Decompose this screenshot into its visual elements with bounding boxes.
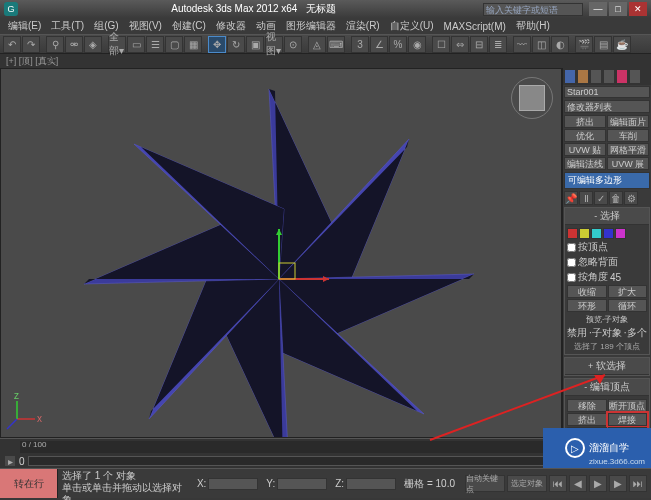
rollout-editvert-header[interactable]: - 编辑顶点 (565, 379, 649, 396)
coord-y-input[interactable] (277, 478, 327, 490)
pivot-button[interactable]: ⊙ (284, 36, 302, 53)
viewport-label[interactable]: [+] [顶] [真实] (0, 54, 651, 68)
grow-button[interactable]: 扩大 (608, 285, 648, 298)
mod-editpatch[interactable]: 编辑面片 (607, 115, 649, 128)
select-filter[interactable]: 全部▾ (108, 36, 126, 53)
snap-button[interactable]: 3 (351, 36, 369, 53)
rollout-softsel-header[interactable]: + 软选择 (565, 358, 649, 375)
unique-icon[interactable]: ✓ (594, 191, 608, 205)
schematic-button[interactable]: ◫ (532, 36, 550, 53)
motion-tab-icon[interactable] (603, 69, 615, 84)
goto-end-icon[interactable]: ⏭ (629, 475, 647, 492)
byangle-checkbox[interactable] (567, 273, 576, 282)
material-editor-button[interactable]: ◐ (551, 36, 569, 53)
weld-button[interactable]: 焊接 (608, 413, 648, 426)
menu-create[interactable]: 创建(C) (168, 18, 210, 34)
mod-optimize[interactable]: 优化 (564, 129, 606, 142)
modifier-stack[interactable]: 可编辑多边形 (564, 172, 650, 189)
undo-button[interactable]: ↶ (3, 36, 21, 53)
curve-editor-button[interactable]: 〰 (513, 36, 531, 53)
percent-snap-button[interactable]: % (389, 36, 407, 53)
mod-meshsmooth[interactable]: 网格平滑 (607, 143, 649, 156)
viewcube[interactable] (511, 77, 553, 119)
selfilter-dropdown[interactable]: 选定对象 (507, 475, 547, 492)
subobj-border-icon[interactable] (591, 228, 602, 239)
goto-start-icon[interactable]: ⏮ (549, 475, 567, 492)
render-frame-button[interactable]: ▤ (594, 36, 612, 53)
minimize-button[interactable]: — (589, 2, 607, 16)
subobj-vertex-icon[interactable] (567, 228, 578, 239)
prev-frame-icon[interactable]: ◀ (569, 475, 587, 492)
mod-lathe[interactable]: 车削 (607, 129, 649, 142)
named-sel-button[interactable]: ☐ (432, 36, 450, 53)
byvertex-checkbox[interactable] (567, 243, 576, 252)
next-frame-icon[interactable]: ▶ (609, 475, 627, 492)
close-button[interactable]: ✕ (629, 2, 647, 16)
window-crossing[interactable]: ▦ (184, 36, 202, 53)
unlink-button[interactable]: ⚮ (65, 36, 83, 53)
help-search-input[interactable]: 输入关键字或短语 (483, 3, 583, 16)
maximize-button[interactable]: □ (609, 2, 627, 16)
menu-edit[interactable]: 编辑(E) (4, 18, 45, 34)
refsys-dropdown[interactable]: 视图▾ (265, 36, 283, 53)
subobj-poly-icon[interactable] (603, 228, 614, 239)
coord-z-input[interactable] (346, 478, 396, 490)
viewport[interactable]: x z (0, 68, 562, 438)
align-button[interactable]: ⊟ (470, 36, 488, 53)
select-button[interactable]: ▭ (127, 36, 145, 53)
ignorebf-checkbox[interactable] (567, 258, 576, 267)
ring-button[interactable]: 环形 (567, 299, 607, 312)
menu-render[interactable]: 渲染(R) (342, 18, 384, 34)
autokey-button[interactable]: 自动关键点 (465, 475, 505, 492)
break-button[interactable]: 断开顶点 (608, 399, 648, 412)
create-tab-icon[interactable] (564, 69, 576, 84)
menu-tools[interactable]: 工具(T) (47, 18, 88, 34)
select-name-button[interactable]: ☰ (146, 36, 164, 53)
play-icon[interactable]: ▶ (589, 475, 607, 492)
move-button[interactable]: ✥ (208, 36, 226, 53)
extrude-vertex-button[interactable]: 挤出 (567, 413, 607, 426)
angle-snap-button[interactable]: ∠ (370, 36, 388, 53)
menu-modifiers[interactable]: 修改器 (212, 18, 250, 34)
spinner-snap-button[interactable]: ◉ (408, 36, 426, 53)
mod-extrude[interactable]: 挤出 (564, 115, 606, 128)
menu-view[interactable]: 视图(V) (125, 18, 166, 34)
object-name-field[interactable]: Star001 (564, 86, 650, 98)
remove-button[interactable]: 移除 (567, 399, 607, 412)
menu-custom[interactable]: 自定义(U) (386, 18, 438, 34)
menu-help[interactable]: 帮助(H) (512, 18, 554, 34)
manip-button[interactable]: ◬ (308, 36, 326, 53)
layers-button[interactable]: ≣ (489, 36, 507, 53)
coord-x-input[interactable] (208, 478, 258, 490)
configure-icon[interactable]: ⚙ (624, 191, 638, 205)
redo-button[interactable]: ↷ (22, 36, 40, 53)
shrink-button[interactable]: 收缩 (567, 285, 607, 298)
render-setup-button[interactable]: 🎬 (575, 36, 593, 53)
status-toggle-button[interactable]: 转在行 (0, 469, 58, 498)
menu-maxscript[interactable]: MAXScript(M) (440, 20, 510, 33)
loop-button[interactable]: 循环 (608, 299, 648, 312)
pin-stack-icon[interactable]: 📌 (564, 191, 578, 205)
hierarchy-tab-icon[interactable] (590, 69, 602, 84)
utilities-tab-icon[interactable] (629, 69, 641, 84)
scale-button[interactable]: ▣ (246, 36, 264, 53)
keymode-button[interactable]: ⌨ (327, 36, 345, 53)
render-button[interactable]: ☕ (613, 36, 631, 53)
menu-graph[interactable]: 图形编辑器 (282, 18, 340, 34)
rollout-selection-header[interactable]: - 选择 (565, 208, 649, 225)
trackbar-toggle-icon[interactable]: ▸ (4, 455, 16, 467)
mirror-button[interactable]: ⇔ (451, 36, 469, 53)
select-region[interactable]: ▢ (165, 36, 183, 53)
remove-mod-icon[interactable]: 🗑 (609, 191, 623, 205)
modifier-list-dropdown[interactable]: 修改器列表 (564, 100, 650, 113)
mod-editnormals[interactable]: 编辑法线 (564, 157, 606, 170)
subobj-element-icon[interactable] (615, 228, 626, 239)
rotate-button[interactable]: ↻ (227, 36, 245, 53)
display-tab-icon[interactable] (616, 69, 628, 84)
subobj-edge-icon[interactable] (579, 228, 590, 239)
mod-uvwunwrap[interactable]: UVW 展开 (607, 157, 649, 170)
modify-tab-icon[interactable] (577, 69, 589, 84)
stack-item-editpoly[interactable]: 可编辑多边形 (565, 173, 649, 188)
link-button[interactable]: ⚲ (46, 36, 64, 53)
mod-uvwmap[interactable]: UVW 贴图 (564, 143, 606, 156)
